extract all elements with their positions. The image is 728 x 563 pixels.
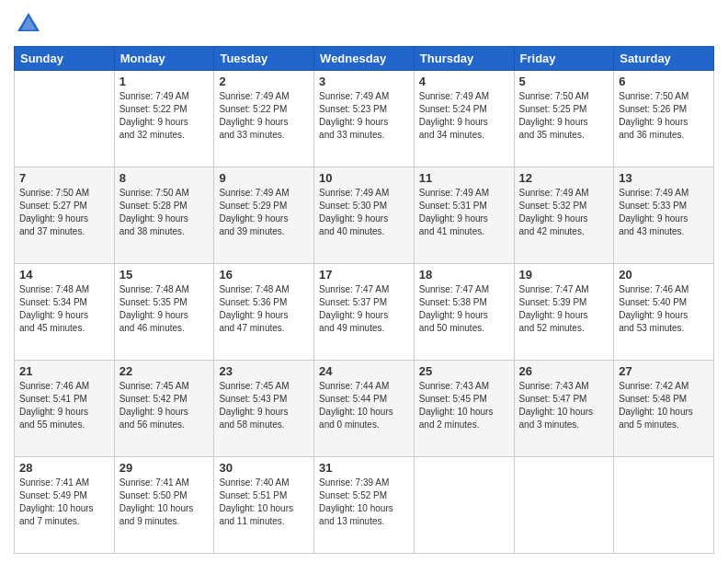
calendar-header: SundayMondayTuesdayWednesdayThursdayFrid… (15, 47, 714, 71)
day-info: Sunrise: 7:47 AM Sunset: 5:37 PM Dayligh… (319, 283, 409, 335)
day-number: 21 (19, 364, 109, 378)
day-info: Sunrise: 7:42 AM Sunset: 5:48 PM Dayligh… (619, 380, 709, 431)
day-number: 12 (519, 171, 609, 185)
day-info: Sunrise: 7:46 AM Sunset: 5:41 PM Dayligh… (19, 380, 109, 431)
day-number: 22 (119, 364, 210, 378)
day-info: Sunrise: 7:50 AM Sunset: 5:26 PM Dayligh… (619, 90, 709, 142)
day-number: 15 (119, 268, 210, 282)
calendar-week-0: 1Sunrise: 7:49 AM Sunset: 5:22 PM Daylig… (15, 71, 714, 167)
day-number: 27 (619, 364, 709, 378)
calendar-cell: 6Sunrise: 7:50 AM Sunset: 5:26 PM Daylig… (614, 71, 714, 167)
day-info: Sunrise: 7:39 AM Sunset: 5:52 PM Dayligh… (319, 477, 409, 528)
day-number: 14 (19, 268, 109, 282)
weekday-header-saturday: Saturday (614, 47, 714, 71)
calendar-cell (15, 71, 115, 167)
calendar-cell (414, 457, 514, 554)
calendar-cell: 27Sunrise: 7:42 AM Sunset: 5:48 PM Dayli… (614, 361, 714, 457)
calendar-cell: 3Sunrise: 7:49 AM Sunset: 5:23 PM Daylig… (314, 71, 415, 167)
calendar-cell: 23Sunrise: 7:45 AM Sunset: 5:43 PM Dayli… (214, 361, 314, 457)
calendar-body: 1Sunrise: 7:49 AM Sunset: 5:22 PM Daylig… (15, 71, 714, 554)
day-number: 26 (519, 364, 609, 378)
calendar-cell: 8Sunrise: 7:50 AM Sunset: 5:28 PM Daylig… (114, 167, 214, 264)
day-number: 11 (419, 171, 509, 185)
day-number: 10 (319, 171, 409, 185)
day-number: 9 (219, 171, 309, 185)
day-number: 18 (419, 268, 509, 282)
day-info: Sunrise: 7:46 AM Sunset: 5:40 PM Dayligh… (619, 283, 709, 335)
page: SundayMondayTuesdayWednesdayThursdayFrid… (0, 0, 728, 563)
day-info: Sunrise: 7:40 AM Sunset: 5:51 PM Dayligh… (219, 477, 309, 528)
calendar-cell: 22Sunrise: 7:45 AM Sunset: 5:42 PM Dayli… (114, 361, 214, 457)
calendar-cell: 1Sunrise: 7:49 AM Sunset: 5:22 PM Daylig… (114, 71, 214, 167)
day-info: Sunrise: 7:50 AM Sunset: 5:27 PM Dayligh… (19, 187, 109, 238)
calendar-cell: 7Sunrise: 7:50 AM Sunset: 5:27 PM Daylig… (15, 167, 115, 264)
day-info: Sunrise: 7:49 AM Sunset: 5:33 PM Dayligh… (619, 187, 709, 238)
day-info: Sunrise: 7:41 AM Sunset: 5:49 PM Dayligh… (19, 477, 109, 528)
calendar-cell: 10Sunrise: 7:49 AM Sunset: 5:30 PM Dayli… (314, 167, 415, 264)
day-number: 19 (519, 268, 609, 282)
day-number: 25 (419, 364, 509, 378)
calendar-cell: 25Sunrise: 7:43 AM Sunset: 5:45 PM Dayli… (414, 361, 514, 457)
day-info: Sunrise: 7:47 AM Sunset: 5:38 PM Dayligh… (419, 283, 509, 335)
day-number: 29 (119, 461, 210, 475)
day-info: Sunrise: 7:44 AM Sunset: 5:44 PM Dayligh… (319, 380, 409, 431)
calendar-cell: 30Sunrise: 7:40 AM Sunset: 5:51 PM Dayli… (214, 457, 314, 554)
calendar-cell: 5Sunrise: 7:50 AM Sunset: 5:25 PM Daylig… (514, 71, 614, 167)
calendar-cell: 28Sunrise: 7:41 AM Sunset: 5:49 PM Dayli… (15, 457, 115, 554)
weekday-header-tuesday: Tuesday (214, 47, 314, 71)
day-info: Sunrise: 7:49 AM Sunset: 5:32 PM Dayligh… (519, 187, 609, 238)
day-number: 2 (219, 75, 309, 88)
calendar-week-3: 21Sunrise: 7:46 AM Sunset: 5:41 PM Dayli… (15, 361, 714, 457)
calendar-cell: 15Sunrise: 7:48 AM Sunset: 5:35 PM Dayli… (114, 264, 214, 361)
day-info: Sunrise: 7:49 AM Sunset: 5:24 PM Dayligh… (419, 90, 509, 142)
calendar-week-2: 14Sunrise: 7:48 AM Sunset: 5:34 PM Dayli… (15, 264, 714, 361)
calendar-cell: 24Sunrise: 7:44 AM Sunset: 5:44 PM Dayli… (314, 361, 415, 457)
calendar-week-4: 28Sunrise: 7:41 AM Sunset: 5:49 PM Dayli… (15, 457, 714, 554)
day-info: Sunrise: 7:48 AM Sunset: 5:36 PM Dayligh… (219, 283, 309, 335)
day-number: 6 (619, 75, 709, 88)
logo (14, 9, 47, 39)
day-info: Sunrise: 7:50 AM Sunset: 5:25 PM Dayligh… (519, 90, 609, 142)
calendar-cell: 19Sunrise: 7:47 AM Sunset: 5:39 PM Dayli… (514, 264, 614, 361)
day-info: Sunrise: 7:49 AM Sunset: 5:23 PM Dayligh… (319, 90, 409, 142)
calendar-cell: 16Sunrise: 7:48 AM Sunset: 5:36 PM Dayli… (214, 264, 314, 361)
calendar-cell: 4Sunrise: 7:49 AM Sunset: 5:24 PM Daylig… (414, 71, 514, 167)
day-info: Sunrise: 7:43 AM Sunset: 5:47 PM Dayligh… (519, 380, 609, 431)
day-number: 31 (319, 461, 409, 475)
weekday-header-sunday: Sunday (15, 47, 115, 71)
weekday-row: SundayMondayTuesdayWednesdayThursdayFrid… (15, 47, 714, 71)
day-number: 16 (219, 268, 309, 282)
calendar-cell (614, 457, 714, 554)
logo-icon (14, 9, 43, 39)
calendar-cell: 21Sunrise: 7:46 AM Sunset: 5:41 PM Dayli… (15, 361, 115, 457)
day-number: 5 (519, 75, 609, 88)
calendar-cell: 18Sunrise: 7:47 AM Sunset: 5:38 PM Dayli… (414, 264, 514, 361)
day-number: 8 (119, 171, 210, 185)
weekday-header-wednesday: Wednesday (314, 47, 415, 71)
day-number: 3 (319, 75, 409, 88)
day-number: 4 (419, 75, 509, 88)
day-number: 28 (19, 461, 109, 475)
calendar: SundayMondayTuesdayWednesdayThursdayFrid… (14, 46, 714, 554)
weekday-header-monday: Monday (114, 47, 214, 71)
weekday-header-thursday: Thursday (414, 47, 514, 71)
day-info: Sunrise: 7:50 AM Sunset: 5:28 PM Dayligh… (119, 187, 210, 238)
calendar-cell: 9Sunrise: 7:49 AM Sunset: 5:29 PM Daylig… (214, 167, 314, 264)
day-info: Sunrise: 7:49 AM Sunset: 5:30 PM Dayligh… (319, 187, 409, 238)
day-number: 30 (219, 461, 309, 475)
day-number: 20 (619, 268, 709, 282)
calendar-cell: 29Sunrise: 7:41 AM Sunset: 5:50 PM Dayli… (114, 457, 214, 554)
day-number: 13 (619, 171, 709, 185)
day-info: Sunrise: 7:49 AM Sunset: 5:31 PM Dayligh… (419, 187, 509, 238)
calendar-cell: 26Sunrise: 7:43 AM Sunset: 5:47 PM Dayli… (514, 361, 614, 457)
calendar-cell: 2Sunrise: 7:49 AM Sunset: 5:22 PM Daylig… (214, 71, 314, 167)
header (14, 9, 714, 39)
day-info: Sunrise: 7:49 AM Sunset: 5:22 PM Dayligh… (219, 90, 309, 142)
day-number: 17 (319, 268, 409, 282)
calendar-cell: 31Sunrise: 7:39 AM Sunset: 5:52 PM Dayli… (314, 457, 415, 554)
day-number: 1 (119, 75, 210, 88)
calendar-cell: 14Sunrise: 7:48 AM Sunset: 5:34 PM Dayli… (15, 264, 115, 361)
calendar-cell: 11Sunrise: 7:49 AM Sunset: 5:31 PM Dayli… (414, 167, 514, 264)
calendar-week-1: 7Sunrise: 7:50 AM Sunset: 5:27 PM Daylig… (15, 167, 714, 264)
day-number: 7 (19, 171, 109, 185)
